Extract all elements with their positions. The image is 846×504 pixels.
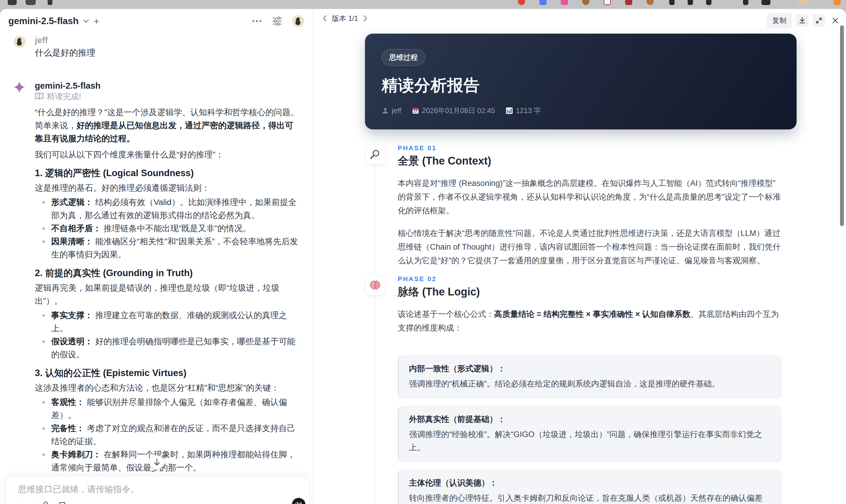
attach-plus-button[interactable]: +	[18, 501, 25, 504]
composer-placeholder[interactable]: 思维接口已就绪，请传输指令。	[18, 484, 139, 496]
more-options-button[interactable]	[252, 20, 262, 23]
scrollbar-thumb[interactable]	[840, 25, 844, 226]
word-count-meta: 1213 字	[506, 106, 541, 115]
bullet-dot	[42, 240, 45, 243]
bullet-term: 事实支撑：	[51, 311, 93, 320]
menubar-status-icon[interactable]	[688, 0, 693, 5]
artifact-panel: 版本 1/1 复制 思维过程	[313, 9, 846, 504]
user-avatar[interactable]	[292, 15, 304, 27]
version-prev-icon[interactable]	[322, 15, 327, 22]
section-bullets: 形式逻辑：结构必须有效（Valid）。比如演绎推理中，如果前提全部为真，那么通过…	[35, 196, 301, 261]
list-item: 完备性：考虑了对立的观点和潜在的反证，而不是只选择支持自己结论的证据。	[35, 422, 301, 448]
dimension-term: 主体伦理（认识美德）：	[409, 478, 771, 488]
phase-number: PHASE 02	[398, 275, 782, 283]
user-message: jeff 什么是好的推理	[0, 35, 313, 58]
chevron-down-icon[interactable]	[83, 19, 89, 23]
menubar-status-icon[interactable]	[833, 0, 841, 5]
author-meta: jeff	[382, 107, 401, 115]
word-count-text: 1213 字	[516, 106, 541, 115]
bookmark-icon[interactable]	[58, 502, 66, 504]
menubar-status-icon[interactable]	[706, 0, 711, 5]
scroll-to-bottom-button[interactable]	[150, 455, 164, 469]
menubar-status-icon[interactable]	[8, 0, 17, 5]
dimension-term: 外部真实性（前提基础）：	[409, 414, 771, 424]
dimension-card: 主体伦理（认识美德）： 转向推理者的心理特征。引入奥卡姆剃刀和反向论证，旨在克服…	[398, 470, 782, 504]
bullet-term: 形式逻辑：	[51, 198, 93, 207]
list-item: 事实支撑：推理建立在可靠的数据、准确的观测或公认的真理之上。	[35, 309, 301, 335]
menubar-status-icon[interactable]	[48, 0, 52, 5]
user-avatar	[14, 36, 25, 48]
menubar-status-icon[interactable]	[25, 0, 36, 5]
chat-panel: gemini-2.5-flash +	[0, 9, 313, 504]
assistant-status: 精读完成!	[35, 91, 301, 102]
brain-icon	[365, 275, 385, 295]
list-item: 奥卡姆剃刀：在解释同一个现象时，如果两种推理都能站得住脚，通常倾向于最简单、假设…	[35, 448, 301, 474]
menubar-status-icon[interactable]	[604, 0, 611, 5]
list-item: 假设透明：好的推理会明确指明哪些是已知事实，哪些是基于可能的假设。	[35, 335, 301, 361]
bullet-text: 能够识别并尽量排除个人偏见（如幸存者偏差、确认偏差）。	[51, 397, 287, 420]
report-hero-card: 思维过程 精读分析报告 jeff 17 2026年01月08日 02:45 12…	[365, 34, 797, 129]
menubar-status-icon[interactable]	[669, 0, 674, 5]
close-icon[interactable]	[829, 15, 841, 26]
model-name[interactable]: gemini-2.5-flash	[8, 16, 78, 26]
menubar-status-icon[interactable]	[582, 0, 589, 5]
menubar-status-icon[interactable]	[647, 0, 654, 5]
assistant-name: gemini-2.5-flash	[35, 80, 301, 91]
section-title: 2. 前提的真实性 (Grounding in Truth)	[35, 267, 301, 279]
menubar-status-icon[interactable]	[725, 0, 730, 5]
version-next-icon[interactable]	[363, 15, 368, 22]
user-name: jeff	[35, 35, 313, 45]
dimension-text: 强调推理的“经验校准”。解决“GIGO（垃圾进，垃圾出）”问题，确保推理引擎运行…	[409, 428, 771, 454]
menubar-status-icon[interactable]	[518, 0, 525, 5]
artifact-content: 思维过程 精读分析报告 jeff 17 2026年01月08日 02:45 12…	[365, 34, 797, 504]
report-meta: jeff 17 2026年01月08日 02:45 1213 字	[382, 106, 780, 115]
menubar-status-icon[interactable]	[761, 0, 770, 5]
section-bullets: 客观性：能够识别并尽量排除个人偏见（如幸存者偏差、确认偏差）。 完备性：考虑了对…	[35, 396, 301, 474]
phase-title: 全景 (The Context)	[398, 155, 782, 167]
menubar-status-icon[interactable]	[625, 0, 632, 5]
report-title: 精读分析报告	[382, 75, 780, 96]
bullet-term: 完备性：	[51, 424, 85, 433]
menubar-status-icon[interactable]	[743, 0, 748, 5]
model-selector[interactable]: gemini-2.5-flash +	[8, 16, 100, 26]
dimension-card: 外部真实性（前提基础）： 强调推理的“经验校准”。解决“GIGO（垃圾进，垃圾出…	[398, 406, 782, 462]
list-item: 形式逻辑：结构必须有效（Valid）。比如演绎推理中，如果前提全部为真，那么通过…	[35, 196, 301, 222]
list-item: 客观性：能够识别并尽量排除个人偏见（如幸存者偏差、确认偏差）。	[35, 396, 301, 422]
section-intro: 这涉及推理者的心态和方法论，也是区分“杠精”和“思想家”的关键：	[35, 381, 301, 395]
phase-lead: 该论述基于一个核心公式：高质量结论 = 结构完整性 × 事实准确性 × 认知自律…	[398, 307, 782, 335]
bullet-text: 推理链条中不能出现“既是又非”的情况。	[104, 224, 251, 233]
section-title: 1. 逻辑的严密性 (Logical Soundness)	[35, 167, 301, 179]
magnifier-icon	[365, 144, 385, 164]
phase-section-1: PHASE 01 全景 (The Context) 本内容是对“推理 (Reas…	[365, 144, 797, 268]
copy-button[interactable]: 复制	[767, 13, 792, 28]
assistant-message: gemini-2.5-flash 精读完成! “什么是好的推理？”这是一个涉及逻…	[0, 80, 301, 504]
section-title: 3. 认知的公正性 (Epistemic Virtues)	[35, 367, 301, 379]
message-composer[interactable]: 思维接口已就绪，请传输指令。 +	[5, 476, 310, 504]
menubar-status-icon[interactable]	[540, 0, 547, 5]
phase-title: 脉络 (The Logic)	[398, 285, 782, 299]
new-chat-button[interactable]: +	[93, 16, 100, 26]
bullet-term: 奥卡姆剃刀：	[51, 450, 101, 459]
chat-header: gemini-2.5-flash +	[0, 13, 313, 31]
dimension-text: 强调推理的“机械正确”。结论必须在给定的规则系统内逻辑自洽，这是推理的硬件基础。	[409, 377, 771, 390]
bullet-term: 因果清晰：	[51, 237, 93, 246]
tools-diamonds-icon[interactable]	[40, 501, 51, 504]
download-icon[interactable]	[796, 14, 809, 27]
dimension-term: 内部一致性（形式逻辑）：	[409, 364, 771, 374]
user-message-text: 什么是好的推理	[35, 47, 313, 58]
expand-icon[interactable]	[813, 14, 825, 27]
bullet-dot	[42, 201, 45, 204]
bullet-term: 假设透明：	[51, 337, 93, 346]
bullet-dot	[42, 401, 45, 404]
settings-sliders-icon[interactable]	[272, 16, 282, 26]
version-label: 版本 1/1	[332, 14, 358, 23]
assistant-status-text: 精读完成!	[47, 91, 81, 102]
bullet-term: 不自相矛盾：	[51, 224, 101, 233]
menubar-status-icon[interactable]	[561, 0, 568, 5]
assistant-intro: “什么是好的推理？”这是一个涉及逻辑学、认知科学和哲学核心的问题。简单来说，好的…	[35, 106, 301, 145]
voice-input-button[interactable]	[292, 498, 305, 504]
section-bullets: 事实支撑：推理建立在可靠的数据、准确的观测或公认的真理之上。 假设透明：好的推理…	[35, 309, 301, 361]
menubar-avatar-icon[interactable]	[798, 0, 808, 5]
lead-formula: 高质量结论 = 结构完整性 × 事实准确性 × 认知自律系数	[494, 310, 690, 319]
date-text: 2026年01月08日 02:45	[422, 106, 495, 115]
